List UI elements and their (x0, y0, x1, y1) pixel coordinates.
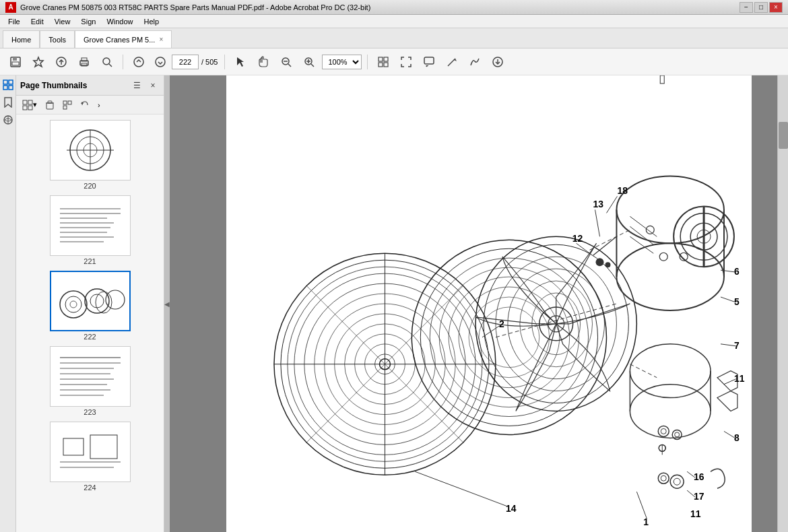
svg-rect-45 (68, 101, 71, 104)
comment-button[interactable] (419, 53, 439, 71)
thumb-img-223 (50, 346, 131, 407)
tab-document[interactable]: Grove Cranes PM 5... × (75, 30, 172, 48)
side-panel-icons (0, 75, 16, 532)
full-screen-button[interactable] (396, 53, 416, 71)
svg-rect-38 (28, 100, 32, 104)
menu-help[interactable]: Help (139, 16, 165, 27)
menu-sign[interactable]: Sign (75, 16, 101, 27)
download-button[interactable] (488, 53, 508, 71)
svg-line-16 (288, 64, 291, 67)
search-button[interactable] (97, 53, 117, 71)
fit-page-button[interactable] (373, 53, 393, 71)
window-controls[interactable]: − □ × (740, 2, 783, 13)
scrollbar-track[interactable] (777, 75, 788, 532)
svg-rect-33 (9, 86, 13, 90)
svg-point-132 (658, 426, 669, 436)
svg-point-146 (658, 473, 669, 484)
svg-rect-77 (90, 435, 117, 459)
toolbar-separator-1 (123, 55, 123, 69)
zoom-select[interactable]: 100% 75% 125% 150% (322, 55, 362, 69)
svg-rect-46 (63, 106, 67, 109)
panel-divider[interactable]: ◀ (164, 75, 170, 532)
links-icon[interactable] (1, 113, 15, 127)
draw-button[interactable] (442, 53, 462, 71)
pdf-viewer: 1 2 3 4 5 6 7 8 9 10 11 (190, 75, 788, 532)
zoom-out-button[interactable] (276, 53, 296, 71)
svg-rect-1 (13, 57, 17, 61)
part-label-18: 18 (617, 185, 628, 196)
maximize-button[interactable]: □ (754, 2, 768, 13)
menu-view[interactable]: View (49, 16, 76, 27)
thumbnail-224[interactable]: 224 (50, 422, 131, 492)
panel-close-button[interactable]: × (146, 79, 160, 92)
upload-button[interactable] (51, 53, 71, 71)
hand-tool-button[interactable] (253, 53, 273, 71)
svg-point-133 (661, 428, 666, 434)
svg-rect-30 (3, 80, 7, 84)
svg-point-128 (630, 385, 711, 438)
panel-view-button[interactable]: ▾ (19, 98, 40, 112)
svg-point-123 (659, 253, 667, 261)
panel-tools: ▾ › (16, 96, 164, 114)
thumbnails-list: 220 221 (16, 114, 164, 532)
save-button[interactable] (5, 53, 26, 71)
svg-rect-32 (3, 86, 7, 90)
svg-line-143 (593, 236, 617, 255)
bookmarks-icon[interactable] (1, 96, 15, 109)
svg-line-10 (109, 64, 112, 67)
svg-rect-24 (384, 63, 388, 67)
panel-title: Page Thumbnails (20, 81, 127, 90)
tab-home[interactable]: Home (3, 30, 40, 48)
page-number-input[interactable] (172, 55, 199, 69)
svg-point-122 (646, 226, 654, 234)
tab-bar: Home Tools Grove Cranes PM 5... × (0, 28, 788, 48)
next-page-button[interactable] (150, 53, 170, 71)
page-separator: / 505 (201, 58, 218, 66)
svg-line-155 (415, 471, 508, 506)
main-toolbar: / 505 100% 75% 125% 150% (0, 48, 788, 75)
thumb-img-221 (50, 195, 131, 256)
panel-options-button[interactable]: ☰ (130, 79, 143, 92)
panel-rotate-button[interactable] (77, 98, 93, 112)
svg-point-62 (65, 296, 81, 312)
svg-marker-34 (5, 98, 11, 107)
select-tool-button[interactable] (230, 53, 251, 71)
minimize-button[interactable]: − (740, 2, 753, 13)
svg-point-149 (674, 478, 680, 485)
menu-window[interactable]: Window (101, 16, 138, 27)
prev-page-button[interactable] (129, 53, 149, 71)
menu-file[interactable]: File (3, 16, 26, 27)
panel-delete-button[interactable] (42, 98, 58, 112)
scrollbar-thumb[interactable] (779, 122, 788, 149)
tab-close-button[interactable]: × (159, 36, 163, 43)
print-button[interactable] (74, 53, 94, 71)
motor-base (630, 75, 737, 451)
svg-line-20 (311, 64, 314, 67)
sign-button[interactable] (465, 53, 485, 71)
thumbnail-223[interactable]: 223 (50, 346, 131, 416)
thumbnail-222[interactable]: 222 (50, 271, 131, 341)
svg-point-114 (616, 176, 724, 244)
svg-rect-44 (63, 101, 67, 104)
thumbnail-220[interactable]: 220 (50, 120, 131, 190)
thumbnails-icon[interactable] (1, 78, 15, 92)
close-button[interactable]: × (769, 2, 783, 13)
thumb-label-224: 224 (84, 484, 96, 492)
bookmark-button[interactable] (28, 53, 48, 71)
collapse-arrow[interactable]: ◀ (164, 300, 170, 308)
svg-rect-21 (379, 57, 383, 61)
part-label-6: 6 (734, 266, 740, 277)
leader-lines (415, 196, 752, 519)
panel-expand-button[interactable] (59, 98, 75, 112)
zoom-in-button[interactable] (299, 53, 319, 71)
svg-rect-25 (424, 57, 434, 64)
tab-tools[interactable]: Tools (40, 30, 75, 48)
menu-edit[interactable]: Edit (26, 16, 49, 27)
svg-point-63 (70, 301, 77, 308)
panel-more-button[interactable]: › (94, 98, 104, 112)
motor-housing (616, 176, 733, 310)
part-label-16: 16 (694, 471, 704, 482)
svg-point-113 (616, 243, 724, 310)
part-label-7: 7 (734, 340, 740, 351)
thumbnail-221[interactable]: 221 (50, 195, 131, 265)
